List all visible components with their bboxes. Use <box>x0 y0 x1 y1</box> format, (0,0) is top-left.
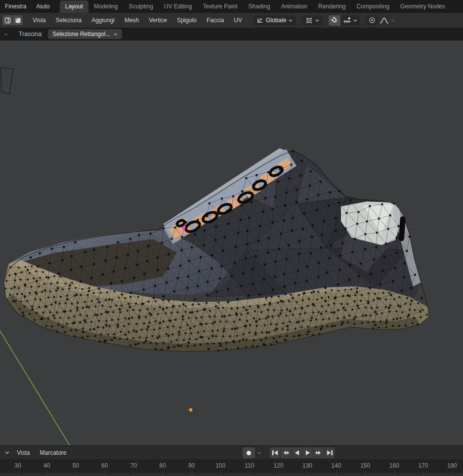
frame-label: 30 <box>14 462 21 469</box>
frame-label: 140 <box>332 462 341 469</box>
tab-layout[interactable]: Layout <box>60 0 88 13</box>
play-reverse-icon <box>294 450 300 456</box>
frame-label: 130 <box>302 462 312 469</box>
selected-vertex <box>182 226 185 229</box>
previous-keyframe-button[interactable] <box>281 447 291 458</box>
frame-label: 80 <box>159 462 166 469</box>
jump-to-start-button[interactable] <box>270 447 280 458</box>
viewport-menu-uv[interactable]: UV <box>229 17 247 24</box>
cropped-scene-object <box>0 68 13 94</box>
chevron-down-icon <box>289 19 293 22</box>
chevron-down-icon[interactable] <box>390 19 394 22</box>
play-icon <box>304 450 311 456</box>
magnet-icon <box>331 17 338 24</box>
timeline-menus: VistaMarcatore <box>12 449 72 456</box>
topbar-menu-finestra[interactable]: Finestra <box>0 3 31 10</box>
frame-label: 160 <box>389 462 399 469</box>
track-gridline <box>18 473 18 476</box>
frame-label: 180 <box>447 462 457 469</box>
snap-with-dropdown[interactable] <box>340 15 360 26</box>
viewport-3d[interactable] <box>0 40 463 445</box>
tab-rendering[interactable]: Rendering <box>313 0 351 13</box>
snap-increment-icon <box>343 17 351 24</box>
tab-modeling[interactable]: Modeling <box>88 0 124 13</box>
viewport-header-menus: VistaSelezionaAggiungiMeshVerticeSpigolo… <box>28 17 247 24</box>
proportional-editing-button[interactable] <box>366 15 378 26</box>
play-button[interactable] <box>302 447 313 458</box>
tab-compositing[interactable]: Compositing <box>351 0 395 13</box>
timeline-menu-marcatore[interactable]: Marcatore <box>35 449 71 456</box>
chevron-down-icon <box>114 33 118 36</box>
timeline-ruler[interactable]: 3040506070809010011012013014015016017018… <box>0 459 463 473</box>
tab-animation[interactable]: Animation <box>276 0 313 13</box>
snap-toggle-button[interactable] <box>329 15 340 26</box>
track-gridline <box>394 473 395 476</box>
viewport-menu-vertice[interactable]: Vertice <box>144 17 172 24</box>
topbar-menu-aiuto[interactable]: Aiuto <box>31 3 54 10</box>
timeline-menu-vista[interactable]: Vista <box>12 449 35 456</box>
chevron-down-icon <box>257 452 261 454</box>
chevron-down-icon <box>5 451 9 454</box>
auto-keyframe-button[interactable] <box>243 447 255 458</box>
frame-label: 70 <box>130 462 137 469</box>
tab-geometry-nodes[interactable]: Geometry Nodes <box>395 0 451 13</box>
tab-shading[interactable]: Shading <box>243 0 276 13</box>
frame-label: 50 <box>73 462 79 469</box>
track-gridline <box>47 473 47 476</box>
track-gridline <box>220 473 221 476</box>
track-gridline <box>337 473 337 476</box>
tab-texture-paint[interactable]: Texture Paint <box>198 0 243 13</box>
pivot-point-dropdown[interactable] <box>302 15 323 26</box>
track-gridline <box>307 473 308 476</box>
shoe-mesh-object <box>4 148 429 352</box>
transform-orientation-dropdown[interactable]: Globale <box>253 15 296 26</box>
track-gridline <box>133 473 134 476</box>
frame-label: 170 <box>418 462 428 469</box>
select-mode-face-button[interactable] <box>13 15 23 25</box>
keying-set-dropdown[interactable] <box>255 452 264 454</box>
track-gridline <box>452 473 453 476</box>
track-gridline <box>105 473 105 476</box>
viewport-menu-spigolo[interactable]: Spigolo <box>172 17 202 24</box>
drag-tool-value: Selezione Rettangol... <box>52 31 110 38</box>
next-keyframe-button[interactable] <box>313 447 324 458</box>
snapping-group <box>329 15 360 26</box>
topbar: FinestraAiuto LayoutModelingSculptingUV … <box>0 0 463 13</box>
chevron-down-icon <box>315 19 319 22</box>
tab-uv-editing[interactable]: UV Editing <box>159 0 198 13</box>
topbar-menus: FinestraAiuto <box>0 0 55 13</box>
transport-buttons <box>270 447 335 458</box>
viewport-menu-seleziona[interactable]: Seleziona <box>50 17 86 24</box>
workspace-tabs: LayoutModelingSculptingUV EditingTexture… <box>60 0 451 13</box>
timeline-track[interactable] <box>0 473 463 476</box>
jump-to-end-icon <box>326 450 333 456</box>
tab-sculpting[interactable]: Sculpting <box>123 0 158 13</box>
track-gridline <box>423 473 423 476</box>
frame-label: 120 <box>273 462 283 469</box>
playback-controls <box>243 447 335 458</box>
track-gridline <box>192 473 192 476</box>
track-gridline <box>365 473 366 476</box>
proportional-falloff-icon[interactable] <box>379 17 389 24</box>
viewport-menu-vista[interactable]: Vista <box>28 17 50 24</box>
frame-label: 40 <box>43 462 50 469</box>
jump-to-end-button[interactable] <box>324 447 335 458</box>
previous-keyframe-icon <box>282 450 290 456</box>
play-reverse-button[interactable] <box>292 447 302 458</box>
pivot-point-icon <box>305 17 313 24</box>
viewport-menu-mesh[interactable]: Mesh <box>120 17 144 24</box>
track-gridline <box>163 473 163 476</box>
select-mode-edge-button[interactable] <box>2 15 12 25</box>
timeline-header: VistaMarcatore <box>0 445 463 459</box>
track-gridline <box>76 473 76 476</box>
proportional-editing-group <box>366 15 394 26</box>
y-axis-line <box>0 331 70 445</box>
drag-tool-dropdown[interactable]: Selezione Rettangol... <box>48 29 122 39</box>
track-gridline <box>278 473 279 476</box>
viewport-menu-aggiungi[interactable]: Aggiungi <box>86 17 120 24</box>
drag-label: Trascina: <box>19 31 43 38</box>
record-circle-icon <box>247 451 251 455</box>
frame-label: 90 <box>188 462 195 469</box>
editor-type-dropdown[interactable] <box>2 448 12 458</box>
viewport-menu-faccia[interactable]: Faccia <box>202 17 229 24</box>
